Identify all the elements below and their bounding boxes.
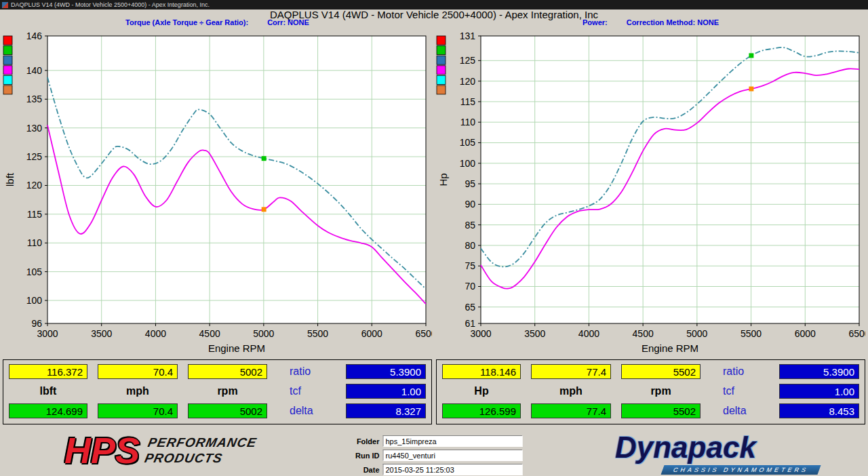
date-label: Date — [346, 466, 380, 474]
torque-comparison-value: 124.699 — [9, 403, 87, 418]
svg-text:6500: 6500 — [415, 328, 432, 339]
power-comparison-rpm: 5502 — [621, 403, 701, 418]
power-run-rpm: 5502 — [621, 364, 701, 379]
torque-unit-label: lbft — [40, 385, 57, 397]
power-panel: Power: Correction Method: NONE 300035004… — [436, 18, 865, 424]
svg-text:80: 80 — [465, 240, 475, 251]
folder-field-row: Folder — [346, 435, 523, 447]
power-tcf-value: 1.00 — [779, 384, 859, 399]
power-chart[interactable]: 3000350040004500500055006000650061657075… — [436, 28, 865, 356]
footer: HPS PERFORMANCE PRODUCTS Folder Run ID D… — [0, 430, 868, 476]
svg-text:131: 131 — [460, 31, 476, 41]
svg-text:6000: 6000 — [795, 328, 816, 339]
date-field-row: Date — [346, 464, 523, 475]
svg-text:3000: 3000 — [37, 328, 58, 339]
dynapack-logo: Dynapack CHASSIS DYNAMOMETERS — [615, 433, 819, 475]
run-id-input[interactable] — [383, 450, 523, 461]
power-tcf-label: tcf — [711, 385, 769, 397]
hps-logo-text: HPS — [64, 430, 140, 471]
svg-text:Engine RPM: Engine RPM — [208, 342, 265, 354]
svg-text:125: 125 — [26, 151, 43, 162]
app-icon — [2, 2, 8, 8]
torque-mph-label: mph — [126, 385, 149, 397]
svg-text:70: 70 — [465, 281, 475, 292]
torque-comparison-mph: 70.4 — [98, 403, 178, 418]
svg-text:105: 105 — [460, 137, 476, 148]
legend-swatch — [3, 56, 12, 64]
folder-input[interactable] — [383, 435, 523, 447]
hps-logo-subtext: PERFORMANCE PRODUCTS — [143, 435, 258, 466]
power-run-mph: 77.4 — [531, 364, 611, 379]
legend-swatch — [437, 85, 446, 94]
cursor-marker — [749, 53, 753, 58]
torque-readout: 116.372 70.4 5002 ratio 5.3900 lbft mph … — [3, 359, 432, 424]
dynapack-logo-text: Dynapack — [615, 431, 756, 464]
svg-text:115: 115 — [27, 209, 43, 220]
svg-text:85: 85 — [465, 220, 475, 231]
cursor-marker — [262, 156, 267, 161]
legend-swatch — [437, 75, 446, 84]
svg-text:95: 95 — [465, 178, 475, 189]
torque-delta-label: delta — [277, 405, 336, 417]
svg-text:105: 105 — [26, 266, 43, 277]
torque-correction-label: Corr: NONE — [267, 18, 309, 28]
legend-swatch — [437, 36, 446, 45]
date-input[interactable] — [383, 464, 523, 475]
window-titlebar[interactable]: DAQPLUS V14 (4WD - Motor Vehicle 2500+40… — [0, 0, 868, 9]
power-correction-label: Correction Method: NONE — [627, 18, 719, 28]
svg-text:4000: 4000 — [578, 328, 599, 339]
svg-text:lbft: lbft — [4, 172, 16, 186]
power-unit-label: Hp — [474, 385, 488, 397]
run-info-fields: Folder Run ID Date — [346, 435, 523, 476]
legend-swatch — [3, 75, 12, 84]
cursor-marker — [262, 207, 267, 212]
svg-text:3000: 3000 — [470, 328, 491, 339]
svg-text:61: 61 — [465, 318, 475, 329]
folder-label: Folder — [346, 437, 380, 445]
power-comparison-mph: 77.4 — [531, 403, 611, 418]
svg-text:100: 100 — [26, 295, 43, 306]
svg-text:4500: 4500 — [633, 328, 654, 339]
svg-text:90: 90 — [465, 199, 475, 210]
plot-background — [47, 36, 426, 323]
legend-swatch — [3, 46, 12, 55]
torque-chart[interactable]: 3000350040004500500055006000650096100105… — [3, 28, 432, 356]
torque-chart-header: Torque (Axle Torque ÷ Gear Ratio): Corr:… — [3, 18, 432, 28]
svg-text:110: 110 — [460, 117, 476, 127]
legend-swatch — [437, 66, 446, 75]
legend-swatch — [437, 46, 446, 55]
torque-tcf-value: 1.00 — [346, 384, 426, 399]
run-id-field-row: Run ID — [346, 450, 523, 461]
hps-logo-line2: PRODUCTS — [143, 450, 255, 466]
svg-text:6000: 6000 — [361, 328, 382, 339]
power-delta-value: 8.453 — [779, 403, 859, 418]
svg-text:125: 125 — [460, 55, 476, 66]
power-rpm-label: rpm — [650, 385, 671, 397]
dynapack-logo-subtext: CHASSIS DYNAMOMETERS — [660, 465, 821, 475]
torque-run-value: 116.372 — [9, 364, 87, 379]
power-comparison-value: 126.599 — [442, 403, 521, 418]
svg-text:4500: 4500 — [199, 328, 220, 339]
svg-text:5000: 5000 — [253, 328, 274, 339]
torque-header-label: Torque (Axle Torque ÷ Gear Ratio): — [125, 18, 248, 28]
svg-text:65: 65 — [465, 302, 475, 313]
svg-text:115: 115 — [460, 96, 476, 107]
torque-rpm-label: rpm — [217, 385, 237, 397]
svg-text:6500: 6500 — [848, 328, 865, 339]
svg-text:135: 135 — [26, 94, 43, 104]
svg-text:5000: 5000 — [686, 328, 707, 339]
svg-text:96: 96 — [31, 318, 42, 329]
svg-text:4000: 4000 — [145, 328, 166, 339]
svg-text:5500: 5500 — [741, 328, 762, 339]
power-mph-label: mph — [559, 385, 583, 397]
legend-swatch — [437, 56, 446, 64]
torque-panel: Torque (Axle Torque ÷ Gear Ratio): Corr:… — [3, 18, 432, 424]
cursor-marker — [749, 87, 753, 92]
svg-text:120: 120 — [460, 76, 476, 87]
torque-delta-value: 8.327 — [346, 403, 426, 418]
legend-swatch — [3, 36, 12, 45]
hps-logo: HPS PERFORMANCE PRODUCTS — [64, 430, 255, 471]
power-chart-header: Power: Correction Method: NONE — [436, 18, 865, 28]
svg-text:130: 130 — [26, 123, 43, 134]
plot-background — [481, 36, 859, 323]
